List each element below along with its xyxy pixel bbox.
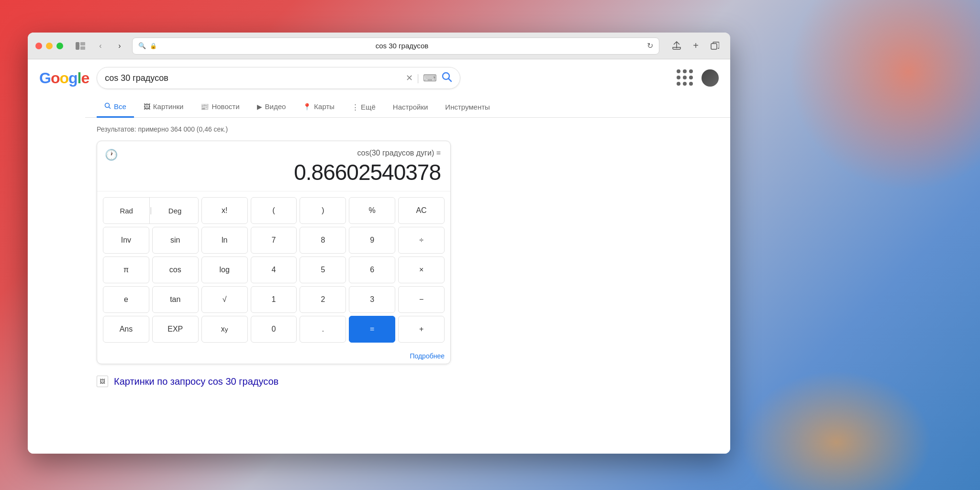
forward-button[interactable]: ›: [113, 39, 126, 53]
svg-rect-0: [76, 42, 79, 50]
three-button[interactable]: 3: [349, 286, 395, 313]
minimize-button[interactable]: [46, 43, 53, 49]
deg-button[interactable]: Deg: [152, 198, 198, 223]
ac-button[interactable]: AC: [398, 197, 445, 224]
search-button[interactable]: [441, 71, 452, 85]
calculator-display: 🕐 cos(30 градусов дуги) = 0.86602540378: [97, 141, 450, 191]
svg-line-5: [449, 79, 452, 82]
search-bar[interactable]: ✕ | ⌨: [97, 67, 460, 89]
image-result: 🖼 Картинки по запросу cos 30 градусов: [97, 376, 719, 387]
back-button[interactable]: ‹: [94, 39, 107, 53]
title-bar: ‹ › 🔍 🔒 cos 30 градусов ↻ +: [28, 33, 730, 59]
apps-dot: [689, 76, 693, 79]
tab-maps-label: Карты: [314, 102, 334, 111]
calc-expression: cos(30 градусов дуги) =: [107, 149, 441, 157]
history-icon[interactable]: 🕐: [105, 149, 118, 161]
tabs-button[interactable]: [707, 38, 723, 54]
maximize-button[interactable]: [56, 43, 63, 49]
log-button[interactable]: log: [201, 256, 248, 283]
logo-g2: g: [68, 69, 78, 87]
calc-result: 0.86602540378: [107, 159, 441, 185]
google-logo[interactable]: Google: [39, 69, 89, 87]
multiply-button[interactable]: ×: [398, 256, 445, 283]
open-paren-button[interactable]: (: [251, 197, 297, 224]
sin-button[interactable]: sin: [152, 227, 199, 254]
close-paren-button[interactable]: ): [300, 197, 346, 224]
logo-o1: o: [51, 69, 60, 87]
ln-button[interactable]: ln: [201, 227, 248, 254]
logo-g: G: [39, 69, 51, 87]
calculator-buttons: Rad | Deg x! ( ) % AC Inv sin ln 7 8 9: [97, 191, 450, 348]
apps-dot: [683, 82, 687, 86]
all-icon: [104, 102, 111, 111]
search-tabs: Все 🖼 Картинки 📰 Новости ▶ Видео 📍 Карты…: [85, 97, 730, 118]
tab-video[interactable]: ▶ Видео: [249, 97, 294, 118]
traffic-lights: [35, 43, 63, 49]
tan-button[interactable]: tan: [152, 286, 199, 313]
plus-button[interactable]: +: [398, 316, 445, 343]
logo-e: e: [81, 69, 89, 87]
four-button[interactable]: 4: [251, 256, 297, 283]
divide-button[interactable]: ÷: [398, 227, 445, 254]
tab-maps[interactable]: 📍 Карты: [295, 97, 342, 118]
exp-button[interactable]: EXP: [152, 316, 199, 343]
avatar-image: [702, 69, 719, 87]
pi-button[interactable]: π: [103, 256, 149, 283]
new-tab-button[interactable]: +: [688, 38, 703, 54]
decimal-button[interactable]: .: [300, 316, 346, 343]
refresh-button[interactable]: ↻: [647, 41, 653, 50]
share-button[interactable]: [669, 38, 684, 54]
more-label: Ещё: [361, 103, 376, 111]
apps-dot: [689, 69, 693, 73]
sqrt-button[interactable]: √: [201, 286, 248, 313]
e-button[interactable]: e: [103, 286, 149, 313]
svg-line-7: [109, 107, 111, 109]
close-button[interactable]: [35, 43, 42, 49]
calculator-widget: 🕐 cos(30 градусов дуги) = 0.86602540378 …: [97, 141, 451, 364]
apps-dot: [677, 76, 680, 79]
tab-all[interactable]: Все: [97, 97, 134, 118]
clear-search-button[interactable]: ✕: [406, 73, 413, 83]
settings-button[interactable]: Настройки: [385, 97, 436, 117]
ans-button[interactable]: Ans: [103, 316, 149, 343]
image-result-title[interactable]: Картинки по запросу cos 30 градусов: [114, 376, 278, 387]
tab-all-label: Все: [114, 102, 126, 111]
two-button[interactable]: 2: [300, 286, 346, 313]
video-icon: ▶: [257, 103, 262, 111]
rad-deg-button[interactable]: Rad | Deg: [103, 197, 199, 224]
svg-rect-1: [80, 42, 85, 45]
minus-button[interactable]: −: [398, 286, 445, 313]
maps-icon: 📍: [303, 103, 311, 111]
more-details-link[interactable]: Подробнее: [97, 348, 450, 364]
search-input[interactable]: [105, 73, 402, 83]
tab-images[interactable]: 🖼 Картинки: [136, 97, 191, 118]
inv-button[interactable]: Inv: [103, 227, 149, 254]
results-area: Результатов: примерно 364 000 (0,46 сек.…: [28, 118, 730, 399]
address-bar[interactable]: 🔍 🔒 cos 30 градусов ↻: [132, 37, 659, 55]
sidebar-toggle-button[interactable]: [73, 38, 88, 54]
cos-button[interactable]: cos: [152, 256, 199, 283]
one-button[interactable]: 1: [251, 286, 297, 313]
user-avatar[interactable]: [702, 69, 719, 87]
apps-dot: [683, 76, 687, 79]
five-button[interactable]: 5: [300, 256, 346, 283]
toolbar-right: +: [669, 38, 723, 54]
zero-button[interactable]: 0: [251, 316, 297, 343]
apps-button[interactable]: [677, 69, 694, 87]
tab-news[interactable]: 📰 Новости: [193, 97, 247, 118]
eight-button[interactable]: 8: [300, 227, 346, 254]
apps-dot: [677, 69, 680, 73]
more-button[interactable]: ⋮ Ещё: [344, 97, 383, 117]
factorial-button[interactable]: x!: [201, 197, 248, 224]
six-button[interactable]: 6: [349, 256, 395, 283]
nine-button[interactable]: 9: [349, 227, 395, 254]
lock-icon: 🔒: [150, 43, 157, 49]
tools-button[interactable]: Инструменты: [437, 97, 498, 117]
keyboard-icon[interactable]: ⌨: [423, 72, 437, 84]
power-button[interactable]: xy: [201, 316, 248, 343]
percent-button[interactable]: %: [349, 197, 395, 224]
equals-button[interactable]: =: [349, 316, 395, 343]
google-header: Google ✕ | ⌨: [28, 59, 730, 97]
rad-button[interactable]: Rad: [103, 198, 150, 223]
seven-button[interactable]: 7: [251, 227, 297, 254]
